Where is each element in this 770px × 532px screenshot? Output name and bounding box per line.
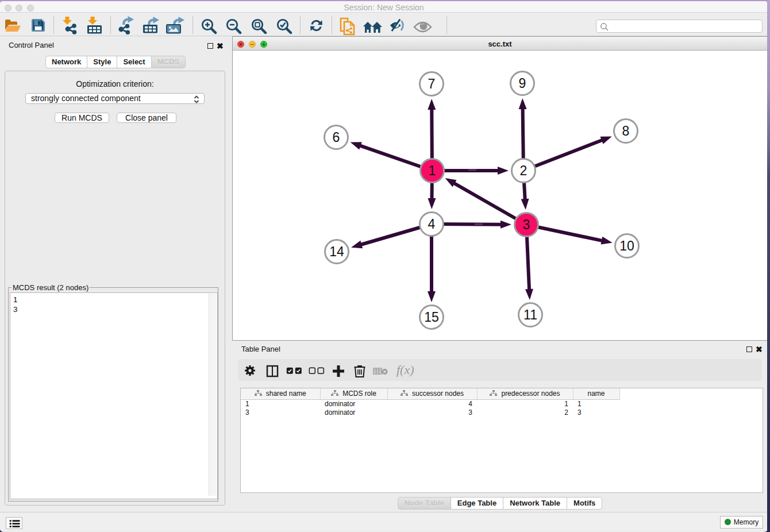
svg-text:3: 3: [523, 217, 530, 232]
svg-text:4: 4: [428, 217, 436, 232]
svg-text:15: 15: [424, 310, 439, 325]
svg-text:1: 1: [429, 163, 436, 178]
svg-text:11: 11: [523, 307, 537, 322]
svg-text:14: 14: [329, 244, 344, 259]
svg-text:9: 9: [519, 76, 526, 91]
svg-text:2: 2: [520, 163, 528, 178]
svg-text:8: 8: [622, 124, 630, 138]
svg-text:10: 10: [619, 238, 634, 253]
svg-text:6: 6: [333, 130, 340, 145]
svg-text:7: 7: [428, 76, 436, 91]
